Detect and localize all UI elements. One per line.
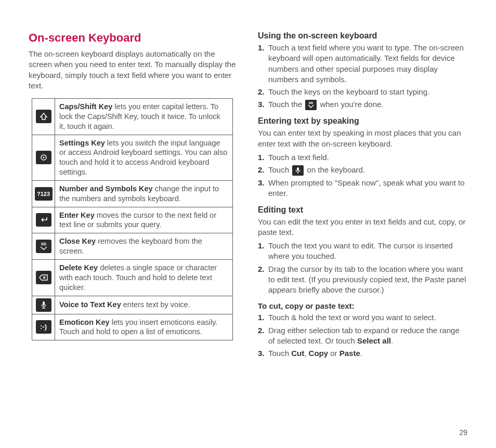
subsection-title: Using the on-screen keyboard [258, 31, 467, 41]
key-desc: Emoticon Key lets you insert emoticons e… [55, 314, 233, 340]
shift-icon [36, 110, 51, 123]
list-item: 3.Touch Cut, Copy or Paste. [258, 348, 467, 359]
list-item: 1.Touch & hold the text or word you want… [258, 312, 467, 323]
list-item: 2.Drag either selection tab to expand or… [258, 325, 467, 347]
left-column: On-screen Keyboard The on-screen keyboar… [29, 31, 238, 365]
table-row: Close Key removes the keyboard from the … [32, 233, 233, 260]
body-text: You can enter text by speaking in most p… [258, 128, 467, 149]
table-row: Enter Key moves the cursor to the next f… [32, 207, 233, 233]
numbered-list: 1.Touch a text field. 2.Touch on the key… [258, 152, 467, 199]
mic-icon [36, 298, 51, 312]
list-item: 1.Touch a text field. [258, 152, 467, 163]
numbered-list: 1.Touch & hold the text or word you want… [258, 312, 467, 359]
table-row: :-) Emoticon Key lets you insert emotico… [32, 314, 233, 340]
mic-icon [292, 165, 304, 176]
settings-icon [36, 151, 51, 164]
table-row: Voice to Text Key enters text by voice. [32, 296, 233, 314]
body-text: You can edit the text you enter in text … [258, 217, 467, 238]
section-title: On-screen Keyboard [29, 31, 238, 45]
key-descriptions-table: Caps/Shift Key lets you enter capital le… [32, 98, 233, 340]
key-desc: Settings Key lets you switch the input l… [55, 135, 233, 180]
manual-page: On-screen Keyboard The on-screen keyboar… [0, 0, 496, 448]
delete-icon [36, 271, 51, 284]
list-item: 1.Touch a text field where you want to t… [258, 43, 467, 85]
key-desc: Close Key removes the keyboard from the … [55, 233, 233, 260]
key-icon-cell [32, 99, 55, 135]
two-column-layout: On-screen Keyboard The on-screen keyboar… [29, 31, 467, 365]
list-item: 3.Touch the when you're done. [258, 99, 467, 110]
key-icon-cell: :-) [32, 314, 55, 340]
svg-rect-4 [43, 301, 45, 306]
key-desc: Delete Key deletes a single space or cha… [55, 259, 233, 296]
svg-rect-9 [297, 167, 299, 171]
right-column: Using the on-screen keyboard 1.Touch a t… [258, 31, 467, 365]
key-icon-cell: ?123 [32, 180, 55, 207]
table-row: Settings Key lets you switch the input l… [32, 135, 233, 180]
key-icon-cell [32, 135, 55, 180]
bold-subhead: To cut, copy or paste text: [258, 301, 467, 310]
close-icon [305, 100, 317, 110]
subsection-title: Entering text by speaking [258, 116, 467, 126]
numbered-list: 1.Touch a text field where you want to t… [258, 43, 467, 110]
list-item: 3.When prompted to "Speak now", speak wh… [258, 178, 467, 199]
key-icon-cell [32, 259, 55, 296]
list-item: 2.Touch the keys on the keyboard to star… [258, 87, 467, 97]
close-icon [36, 240, 51, 253]
list-item: 2.Drag the cursor by its tab to the loca… [258, 264, 467, 296]
key-desc: Voice to Text Key enters text by voice. [55, 296, 233, 314]
key-icon-cell [32, 296, 55, 314]
key-desc: Enter Key moves the cursor to the next f… [55, 207, 233, 233]
key-desc: Caps/Shift Key lets you enter capital le… [55, 99, 233, 135]
subsection-title: Editing text [258, 205, 467, 215]
numsym-icon: ?123 [35, 187, 53, 201]
key-icon-cell [32, 233, 55, 260]
key-desc: Number and Symbols Key change the input … [55, 180, 233, 207]
list-item: 2.Touch on the keyboard. [258, 165, 467, 176]
table-row: Caps/Shift Key lets you enter capital le… [32, 99, 233, 135]
section-intro: The on-screen keyboard displays automati… [29, 49, 238, 91]
page-number: 29 [459, 428, 467, 437]
list-item: 1.Touch the text you want to edit. The c… [258, 241, 467, 262]
table-row: Delete Key deletes a single space or cha… [32, 259, 233, 296]
svg-point-1 [43, 157, 44, 159]
enter-icon [36, 213, 51, 227]
key-icon-cell [32, 207, 55, 233]
numbered-list: 1.Touch the text you want to edit. The c… [258, 241, 467, 295]
table-row: ?123 Number and Symbols Key change the i… [32, 180, 233, 207]
emoticon-icon: :-) [36, 320, 51, 334]
